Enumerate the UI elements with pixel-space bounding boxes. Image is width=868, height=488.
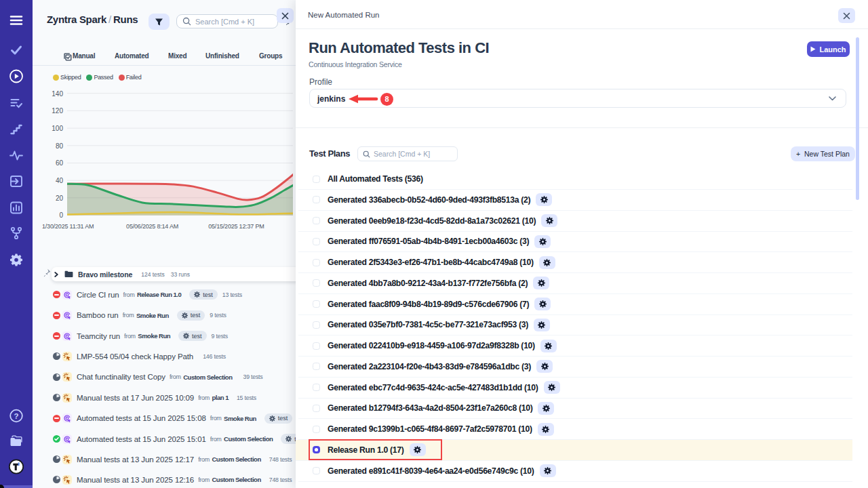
svg-text:40: 40 [56, 177, 64, 184]
svg-text:05/15/2025 12:37 PM: 05/15/2025 12:37 PM [208, 223, 264, 230]
svg-text:120: 120 [52, 107, 63, 115]
svg-text:100: 100 [52, 125, 63, 132]
svg-text:?: ? [14, 412, 18, 420]
svg-text:1/30/2025 11:31 AM: 1/30/2025 11:31 AM [42, 223, 94, 230]
svg-text:20: 20 [56, 195, 64, 202]
svg-text:0: 0 [59, 211, 63, 219]
svg-text:60: 60 [56, 159, 64, 167]
svg-text:80: 80 [56, 142, 64, 150]
svg-text:140: 140 [52, 90, 63, 98]
svg-text:05/06/2025 8:14 AM: 05/06/2025 8:14 AM [126, 223, 178, 230]
